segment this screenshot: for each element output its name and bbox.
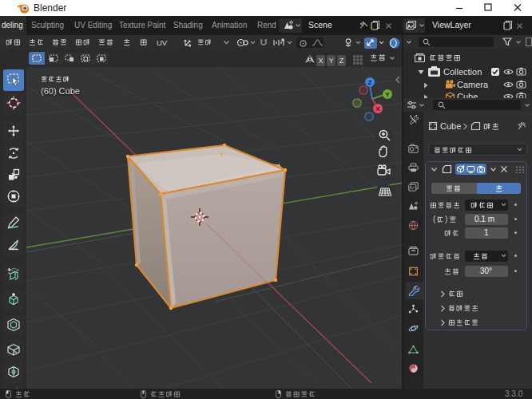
svg-text:X: X — [375, 105, 380, 113]
svg-text:Z: Z — [368, 79, 372, 86]
svg-text:Y: Y — [385, 91, 390, 98]
